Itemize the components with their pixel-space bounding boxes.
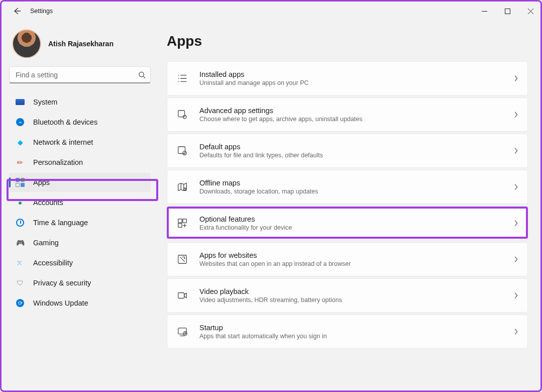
update-icon: ⟳	[15, 298, 25, 308]
sidebar-item-time-language[interactable]: Time & language	[9, 213, 151, 232]
sidebar-item-personalization[interactable]: ✎ Personalization	[9, 153, 151, 172]
avatar	[12, 29, 41, 58]
svg-rect-11	[178, 224, 182, 227]
sidebar-item-label: Apps	[33, 178, 50, 186]
sidebar-item-network-internet[interactable]: ◆ Network & internet	[9, 133, 151, 152]
card-installed-apps[interactable]: Installed apps Uninstall and manage apps…	[167, 61, 528, 95]
sidebar-item-label: System	[33, 98, 57, 106]
sidebar-item-windows-update[interactable]: ⟳ Windows Update	[9, 293, 151, 313]
chevron-right-icon	[513, 328, 518, 335]
search-input[interactable]	[9, 66, 151, 83]
optional-features-icon	[176, 217, 188, 229]
titlebar: Settings	[0, 0, 542, 22]
sidebar-item-label: Personalization	[33, 158, 83, 166]
apps-icon	[15, 177, 25, 187]
user-profile[interactable]: Atish Rajasekharan	[9, 29, 151, 58]
apps-websites-icon	[176, 253, 188, 265]
card-title: Startup	[199, 324, 507, 332]
sidebar-item-accessibility[interactable]: ⛌ Accessibility	[9, 253, 151, 272]
card-title: Default apps	[199, 143, 507, 151]
card-advanced-app-settings[interactable]: Advanced app settings Choose where to ge…	[167, 97, 528, 132]
bluetooth-icon: ⌁	[15, 117, 25, 127]
svg-rect-1	[505, 9, 510, 14]
svg-line-3	[143, 76, 145, 78]
sidebar-item-label: Bluetooth & devices	[33, 118, 97, 126]
person-icon: ●	[15, 198, 25, 208]
settings-list: Installed apps Uninstall and manage apps…	[167, 61, 528, 349]
svg-point-2	[139, 72, 144, 76]
sidebar-item-system[interactable]: System	[9, 92, 151, 112]
main-content: Apps Installed apps Uninstall and manage…	[160, 22, 542, 392]
sidebar-item-accounts[interactable]: ● Accounts	[9, 193, 151, 212]
back-button[interactable]	[12, 6, 22, 16]
card-startup[interactable]: Startup Apps that start automatically wh…	[167, 315, 528, 349]
sidebar-item-label: Windows Update	[33, 299, 88, 307]
card-title: Optional features	[199, 215, 507, 223]
close-icon	[528, 9, 533, 14]
map-icon	[176, 181, 188, 193]
svg-rect-9	[178, 219, 182, 223]
user-meta: Atish Rajasekharan	[48, 40, 114, 48]
chevron-right-icon	[513, 147, 518, 154]
sidebar-item-bluetooth-devices[interactable]: ⌁ Bluetooth & devices	[9, 113, 151, 132]
sidebar-item-label: Network & internet	[33, 138, 93, 146]
card-subtitle: Apps that start automatically when you s…	[199, 333, 507, 340]
sidebar-item-label: Accessibility	[33, 259, 73, 267]
app-title: Settings	[30, 8, 53, 15]
system-icon	[15, 97, 25, 107]
card-subtitle: Downloads, storage location, map updates	[199, 188, 507, 195]
sidebar-item-label: Privacy & security	[33, 279, 91, 287]
card-title: Advanced app settings	[199, 107, 507, 115]
card-subtitle: Websites that can open in an app instead…	[199, 260, 507, 267]
chevron-right-icon	[513, 292, 518, 299]
maximize-icon	[505, 9, 510, 14]
installed-apps-icon	[176, 72, 188, 84]
window-controls	[473, 0, 542, 22]
card-title: Video playback	[199, 287, 507, 296]
video-icon	[176, 289, 188, 302]
card-default-apps[interactable]: Default apps Defaults for file and link …	[167, 134, 528, 168]
page-title: Apps	[167, 33, 528, 49]
paintbrush-icon: ✎	[13, 155, 27, 169]
minimize-button[interactable]	[473, 0, 496, 22]
sidebar-item-apps[interactable]: Apps	[9, 173, 151, 192]
default-apps-icon	[176, 145, 188, 157]
sidebar-item-privacy-security[interactable]: 🛡 Privacy & security	[9, 273, 151, 292]
sidebar-item-label: Gaming	[33, 239, 59, 247]
close-button[interactable]	[519, 0, 542, 22]
chevron-right-icon	[513, 256, 518, 263]
svg-rect-6	[178, 147, 185, 154]
card-offline-maps[interactable]: Offline maps Downloads, storage location…	[167, 170, 528, 204]
nav: System ⌁ Bluetooth & devices ◆ Network &…	[9, 92, 151, 313]
user-name: Atish Rajasekharan	[48, 40, 114, 48]
card-subtitle: Choose where to get apps, archive apps, …	[199, 116, 507, 123]
card-subtitle: Video adjustments, HDR streaming, batter…	[199, 297, 507, 304]
startup-icon	[176, 326, 188, 338]
chevron-right-icon	[513, 183, 518, 190]
card-title: Apps for websites	[199, 251, 507, 259]
card-subtitle: Uninstall and manage apps on your PC	[199, 79, 507, 86]
card-apps-for-websites[interactable]: Apps for websites Websites that can open…	[167, 242, 528, 276]
arrow-left-icon	[13, 7, 21, 15]
advanced-settings-icon	[176, 109, 188, 121]
card-title: Installed apps	[199, 70, 507, 78]
accessibility-icon: ⛌	[15, 258, 25, 268]
card-title: Offline maps	[199, 179, 507, 187]
minimize-icon	[482, 9, 487, 14]
sidebar-item-gaming[interactable]: 🎮 Gaming	[9, 233, 151, 252]
search	[9, 66, 151, 83]
maximize-button[interactable]	[496, 0, 519, 22]
svg-rect-13	[178, 293, 184, 299]
shield-icon: 🛡	[15, 278, 25, 288]
chevron-right-icon	[513, 111, 518, 118]
clock-icon	[15, 218, 25, 228]
sidebar-item-label: Accounts	[33, 199, 63, 207]
card-subtitle: Defaults for file and link types, other …	[199, 152, 507, 159]
chevron-right-icon	[513, 75, 518, 82]
wifi-icon: ◆	[15, 137, 25, 147]
chevron-right-icon	[513, 220, 518, 227]
card-subtitle: Extra functionality for your device	[199, 224, 507, 231]
sidebar: Atish Rajasekharan System ⌁ Bluetooth & …	[0, 22, 160, 392]
card-video-playback[interactable]: Video playback Video adjustments, HDR st…	[167, 278, 528, 313]
card-optional-features[interactable]: Optional features Extra functionality fo…	[167, 206, 528, 240]
